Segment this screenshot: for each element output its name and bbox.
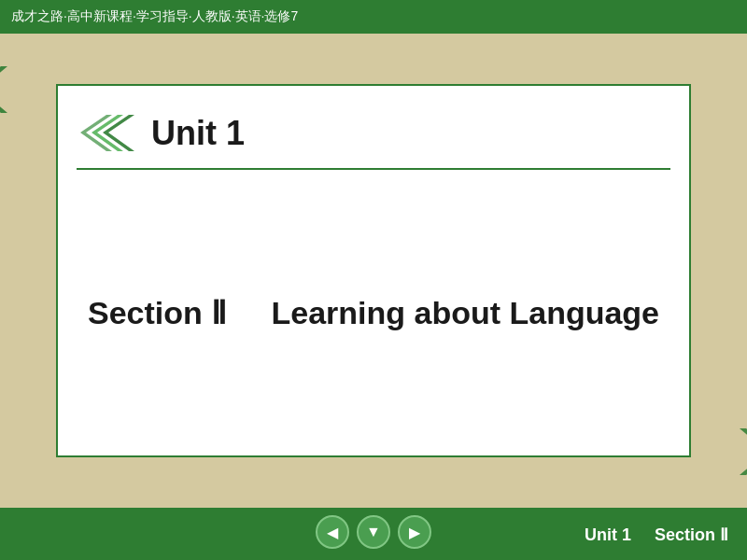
content-box: Unit 1 Section Ⅱ Learning about Language <box>56 84 691 457</box>
top-bar: 成才之路·高中新课程·学习指导·人教版·英语·选修7 <box>0 0 747 34</box>
next-icon: ▶ <box>409 524 420 541</box>
divider-line <box>77 168 670 170</box>
section-sublabel: Learning about Language <box>271 295 659 330</box>
section-title: Section Ⅱ Learning about Language <box>88 294 659 331</box>
section-area: Section Ⅱ Learning about Language <box>58 170 689 455</box>
header-title: 成才之路·高中新课程·学习指导·人教版·英语·选修7 <box>11 8 298 25</box>
bottom-labels: Unit 1 Section Ⅱ <box>585 525 728 545</box>
right-decoration <box>738 424 747 480</box>
separator <box>641 525 645 545</box>
section-label: Section Ⅱ <box>88 295 227 330</box>
bottom-section-label: Section Ⅱ <box>655 525 728 545</box>
bottom-unit-label: Unit 1 <box>585 525 631 545</box>
prev-button[interactable]: ◀ <box>316 515 349 549</box>
unit-header: Unit 1 <box>58 86 689 168</box>
home-icon: ▼ <box>366 524 381 540</box>
unit-arrows-decoration <box>77 112 137 154</box>
prev-icon: ◀ <box>327 524 338 541</box>
next-button[interactable]: ▶ <box>398 515 431 549</box>
nav-buttons: ◀ ▼ ▶ <box>316 515 431 549</box>
bottom-bar: ◀ ▼ ▶ Unit 1 Section Ⅱ <box>0 508 747 560</box>
home-button[interactable]: ▼ <box>357 515 390 549</box>
unit-title: Unit 1 <box>151 114 245 153</box>
left-decoration <box>0 62 9 118</box>
main-area: Unit 1 Section Ⅱ Learning about Language <box>0 34 747 508</box>
